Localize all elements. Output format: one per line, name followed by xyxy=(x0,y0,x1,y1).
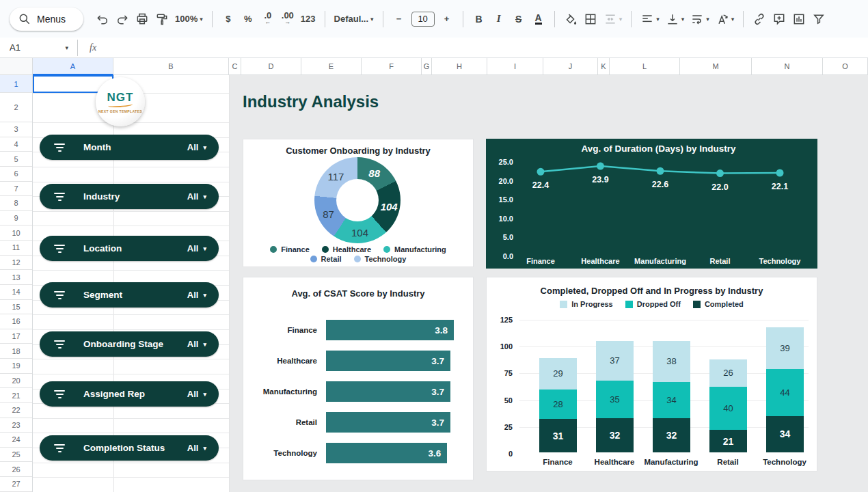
row-header-11[interactable]: 11 xyxy=(0,241,32,256)
row-header-12[interactable]: 12 xyxy=(0,256,32,271)
x-axis-category-label: Healthcare xyxy=(595,458,635,466)
insert-link-button[interactable] xyxy=(750,10,768,29)
row-header-20[interactable]: 20 xyxy=(0,374,32,389)
row-header-22[interactable]: 22 xyxy=(0,403,32,418)
filter-button-location[interactable]: LocationAll▾ xyxy=(40,236,219,261)
menus-button[interactable]: Menus xyxy=(10,8,83,31)
text-color-button[interactable]: A xyxy=(530,10,547,29)
row-header-26[interactable]: 26 xyxy=(0,462,32,477)
vertical-align-button[interactable]: ▾ xyxy=(664,10,687,29)
filter-button-completion-status[interactable]: Completion StatusAll▾ xyxy=(40,435,219,461)
row-header-13[interactable]: 13 xyxy=(0,270,32,285)
column-header-c[interactable]: C xyxy=(229,58,241,75)
column-header-l[interactable]: L xyxy=(610,58,680,75)
undo-button[interactable] xyxy=(94,10,111,29)
column-header-f[interactable]: F xyxy=(362,58,422,75)
row-header-19[interactable]: 19 xyxy=(0,359,32,374)
decrease-decimals-button[interactable]: .0← xyxy=(259,10,277,29)
bold-button[interactable]: B xyxy=(470,10,488,29)
font-size-input[interactable]: 10 xyxy=(411,12,435,27)
horizontal-align-button[interactable]: ▾ xyxy=(638,10,662,29)
row-header-1[interactable]: 1 xyxy=(0,75,32,93)
donut-chart-card[interactable]: Customer Onboarding by Industry881041048… xyxy=(243,139,474,267)
divider xyxy=(212,11,213,27)
text-wrap-button[interactable]: ▾ xyxy=(688,10,711,29)
line-chart-card[interactable]: Avg. of Duration (Days) by Industry0.05.… xyxy=(486,139,817,269)
column-header-d[interactable]: D xyxy=(241,58,301,75)
row-header-17[interactable]: 17 xyxy=(0,329,32,344)
row-header-14[interactable]: 14 xyxy=(0,285,32,300)
italic-button[interactable]: I xyxy=(490,10,508,29)
row-header-7[interactable]: 7 xyxy=(0,182,32,197)
font-select[interactable]: Defaul...▾ xyxy=(332,10,376,29)
create-filter-button[interactable] xyxy=(810,10,828,29)
column-header-e[interactable]: E xyxy=(301,58,362,75)
filter-value-dropdown[interactable]: All▾ xyxy=(187,191,206,202)
filter-value-dropdown[interactable]: All▾ xyxy=(187,389,206,399)
chevron-down-icon: ▾ xyxy=(706,16,709,23)
filter-button-segment[interactable]: SegmentAll▾ xyxy=(40,282,219,308)
row-header-6[interactable]: 6 xyxy=(0,167,32,182)
row-header-8[interactable]: 8 xyxy=(0,196,32,211)
row-header-27[interactable]: 27 xyxy=(0,477,32,492)
column-header-m[interactable]: M xyxy=(680,58,752,75)
column-header-j[interactable]: J xyxy=(543,58,598,75)
print-button[interactable] xyxy=(133,10,151,29)
insert-comment-button[interactable] xyxy=(770,10,788,29)
row-header-5[interactable]: 5 xyxy=(0,152,32,167)
filter-value-dropdown[interactable]: All▾ xyxy=(187,243,206,254)
strikethrough-button[interactable]: S xyxy=(510,10,528,29)
column-header-g[interactable]: G xyxy=(422,58,432,75)
column-header-h[interactable]: H xyxy=(432,58,487,75)
row-header-2[interactable]: 2 xyxy=(0,93,32,122)
name-box[interactable]: A1 ▾ xyxy=(10,42,72,53)
row-header-23[interactable]: 23 xyxy=(0,418,32,433)
filter-button-onboarding-stage[interactable]: Onboarding StageAll▾ xyxy=(40,331,219,357)
row-header-18[interactable]: 18 xyxy=(0,344,32,359)
merge-cells-button[interactable]: ▾ xyxy=(601,10,625,29)
zoom-select[interactable]: 100%▾ xyxy=(173,10,205,29)
filter-value-dropdown[interactable]: All▾ xyxy=(187,290,206,300)
stacked-bar-chart-card[interactable]: Completed, Dropped Off and In Progress b… xyxy=(486,277,817,472)
increase-decimals-button[interactable]: .00→ xyxy=(279,10,297,29)
svg-text:22.1: 22.1 xyxy=(772,182,788,191)
filter-value-dropdown[interactable]: All▾ xyxy=(187,443,206,453)
column-header-a[interactable]: A xyxy=(33,58,113,75)
decrease-font-size-button[interactable]: − xyxy=(390,10,408,29)
row-header-15[interactable]: 15 xyxy=(0,300,32,315)
select-all-corner[interactable] xyxy=(0,58,33,75)
text-rotation-button[interactable]: ▾ xyxy=(714,10,737,29)
fill-color-button[interactable] xyxy=(562,10,580,29)
row-header-9[interactable]: 9 xyxy=(0,211,32,226)
redo-button[interactable] xyxy=(113,10,131,29)
sheet-canvas[interactable]: NGTNEXT GEN TEMPLATESMonthAll▾IndustryAl… xyxy=(33,75,868,492)
borders-button[interactable] xyxy=(582,10,599,29)
column-header-k[interactable]: K xyxy=(598,58,610,75)
filter-value-dropdown[interactable]: All▾ xyxy=(187,339,206,349)
filter-button-assigned-rep[interactable]: Assigned RepAll▾ xyxy=(40,381,219,407)
row-header-10[interactable]: 10 xyxy=(0,226,32,241)
csat-bar-chart-card[interactable]: Avg. of CSAT Score by IndustryFinance3.8… xyxy=(243,277,474,480)
row-header-25[interactable]: 25 xyxy=(0,448,32,463)
column-header-o[interactable]: O xyxy=(823,58,868,75)
filter-button-month[interactable]: MonthAll▾ xyxy=(40,135,219,160)
column-header-b[interactable]: B xyxy=(113,58,229,75)
row-header-24[interactable]: 24 xyxy=(0,433,32,448)
legend-item: Healthcare xyxy=(322,245,371,254)
format-percent-button[interactable]: % xyxy=(239,10,257,29)
row-header-21[interactable]: 21 xyxy=(0,388,32,403)
column-header-i[interactable]: I xyxy=(487,58,543,75)
segment-value-label: 28 xyxy=(553,399,562,409)
insert-chart-button[interactable] xyxy=(790,10,808,29)
more-formats-button[interactable]: 123 xyxy=(299,10,318,29)
increase-font-size-button[interactable]: + xyxy=(438,10,456,29)
paint-format-button[interactable] xyxy=(153,10,171,29)
column-header-n[interactable]: N xyxy=(752,58,823,75)
filter-button-industry[interactable]: IndustryAll▾ xyxy=(40,184,219,209)
filter-value-dropdown[interactable]: All▾ xyxy=(187,142,206,152)
row-header-16[interactable]: 16 xyxy=(0,314,32,329)
format-currency-button[interactable]: $ xyxy=(219,10,237,29)
row-header-3[interactable]: 3 xyxy=(0,122,32,137)
formula-input[interactable] xyxy=(103,38,868,57)
row-header-4[interactable]: 4 xyxy=(0,137,32,152)
